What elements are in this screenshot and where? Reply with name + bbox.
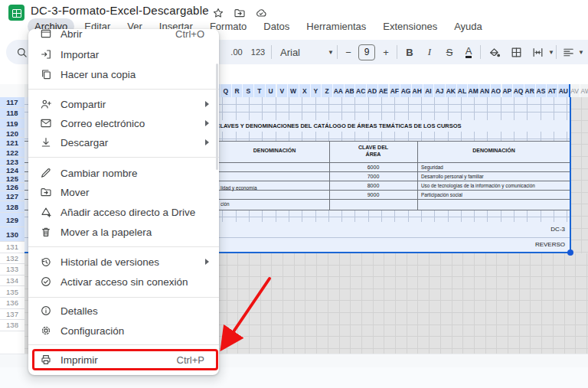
menu-item-historial-de-versiones[interactable]: Historial de versiones (28, 252, 219, 272)
row-header-138[interactable]: 138 (0, 320, 24, 331)
bold-button[interactable]: B (400, 40, 419, 64)
column-header-X[interactable]: X (299, 84, 311, 97)
chevron-down-icon[interactable]: ▼ (547, 40, 555, 64)
row-header-136[interactable]: 136 (0, 298, 24, 309)
column-header-R[interactable]: R (232, 84, 243, 97)
italic-button[interactable]: I (420, 40, 439, 64)
select-all-corner[interactable] (0, 84, 25, 98)
row-header-128[interactable]: 128 (0, 201, 24, 213)
column-header-AF[interactable]: AF (390, 84, 401, 97)
vertical-align-icon[interactable] (584, 40, 588, 64)
column-header-U[interactable]: U (266, 84, 277, 97)
menu-item-descargar[interactable]: Descargar (28, 132, 219, 152)
column-header-AS[interactable]: AS (536, 84, 547, 97)
row-header-118[interactable]: 118 (0, 108, 24, 119)
column-header-AM[interactable]: AM (468, 84, 479, 97)
column-header-AA[interactable]: AA (333, 84, 345, 97)
column-header-AR[interactable]: AR (524, 84, 536, 97)
menu-item-abrir[interactable]: AbrirCtrl+O (28, 24, 219, 44)
decrease-font-size-button[interactable]: − (340, 40, 357, 64)
merge-cells-icon[interactable] (528, 40, 547, 64)
column-header-S[interactable]: S (243, 84, 254, 97)
font-size-input[interactable]: 9 (358, 40, 375, 64)
row-header-117[interactable]: 117 (0, 97, 24, 108)
column-header-AE[interactable]: AE (378, 84, 390, 97)
menu-item-detalles[interactable]: Detalles (28, 301, 219, 321)
row-header-121[interactable]: 121 (0, 138, 24, 148)
column-header-AQ[interactable]: AQ (513, 84, 524, 97)
column-header-W[interactable]: W (288, 84, 299, 97)
horizontal-align-icon[interactable] (559, 40, 577, 64)
menu-scrollbar-thumb[interactable] (216, 64, 218, 170)
menubar-item-ayuda[interactable]: Ayuda (447, 18, 489, 34)
column-header-AH[interactable]: AH (412, 84, 423, 97)
row-header-130[interactable]: 130 (0, 227, 24, 242)
column-header-Y[interactable]: Y (311, 84, 322, 97)
menu-item-activar-acceso-sin-conexi-n[interactable]: Activar acceso sin conexión (28, 272, 219, 292)
menu-item-importar[interactable]: Importar (28, 44, 219, 64)
column-header-Q[interactable]: Q (220, 84, 232, 97)
strikethrough-button[interactable]: S (440, 40, 459, 64)
column-header-AG[interactable]: AG (400, 84, 412, 97)
row-header-125[interactable]: 125 (0, 174, 24, 183)
row-header-124[interactable]: 124 (0, 166, 24, 174)
row-header-123[interactable]: 123 (0, 158, 24, 166)
column-header-AK[interactable]: AK (446, 84, 457, 97)
menu-item-correo-electr-nico[interactable]: Correo electrónico (28, 113, 219, 133)
column-header-T[interactable]: T (254, 84, 266, 97)
menubar-item-extensiones[interactable]: Extensiones (376, 18, 444, 34)
sheets-logo-icon[interactable] (8, 5, 24, 21)
menu-item-a-adir-acceso-directo-a-drive[interactable]: Añadir acceso directo a Drive (28, 202, 219, 222)
column-header-AO[interactable]: AO (491, 84, 502, 97)
menubar-item-datos[interactable]: Datos (256, 18, 296, 34)
column-header-AJ[interactable]: AJ (434, 84, 446, 97)
star-icon[interactable] (212, 7, 224, 19)
row-header-119[interactable]: 119 (0, 119, 24, 129)
column-header-AV[interactable]: AV (570, 84, 581, 97)
column-header-AL[interactable]: AL (457, 84, 469, 97)
row-header-126[interactable]: 126 (0, 183, 24, 191)
row-headers[interactable]: 1171181191201211221231241251261271281291… (0, 97, 25, 354)
font-name-select[interactable]: Arial ▼ (276, 40, 334, 64)
row-header-137[interactable]: 137 (0, 309, 24, 321)
row-header-134[interactable]: 134 (0, 276, 24, 287)
number-format-button[interactable]: 123 (248, 40, 268, 64)
selection-fill-handle[interactable] (567, 249, 573, 256)
row-header-120[interactable]: 120 (0, 129, 24, 138)
menu-item-label: Abrir (60, 28, 175, 40)
cloud-status-icon[interactable] (255, 7, 267, 19)
menu-item-configuraci-n[interactable]: Configuración (28, 321, 219, 341)
column-header-AW[interactable]: AW (580, 84, 588, 97)
borders-icon[interactable] (506, 40, 526, 64)
row-header-129[interactable]: 129 (0, 213, 24, 227)
column-header-AC[interactable]: AC (355, 84, 367, 97)
row-header-122[interactable]: 122 (0, 148, 24, 158)
decrease-decimal-button[interactable]: .00 (227, 40, 247, 64)
menu-item-mover[interactable]: Mover (28, 182, 219, 202)
menu-item-cambiar-nombre[interactable]: Cambiar nombre (28, 163, 219, 183)
row-header-133[interactable]: 133 (0, 264, 24, 276)
move-folder-icon[interactable] (234, 7, 246, 19)
menu-item-mover-a-la-papelera[interactable]: Mover a la papelera (28, 222, 219, 242)
row-header-135[interactable]: 135 (0, 286, 24, 298)
row-header-131[interactable]: 131 (0, 242, 24, 253)
column-header-AD[interactable]: AD (367, 84, 378, 97)
menu-separator (28, 344, 219, 345)
row-header-127[interactable]: 127 (0, 191, 24, 201)
column-header-AT[interactable]: AT (547, 84, 558, 97)
column-header-AU[interactable]: AU (558, 84, 570, 97)
text-color-button[interactable]: A (459, 40, 478, 64)
document-title[interactable]: DC-3-Formato-Excel-Descargable (31, 4, 209, 17)
column-header-AI[interactable]: AI (423, 84, 435, 97)
column-header-AB[interactable]: AB (345, 84, 356, 97)
row-header-132[interactable]: 132 (0, 253, 24, 265)
column-header-V[interactable]: V (277, 84, 289, 97)
menubar-item-herramientas[interactable]: Herramientas (299, 18, 373, 34)
increase-font-size-button[interactable]: + (377, 40, 394, 64)
column-header-Z[interactable]: Z (322, 84, 333, 97)
menu-item-hacer-una-copia[interactable]: Hacer una copia (28, 64, 219, 84)
fill-color-icon[interactable] (484, 40, 504, 64)
column-header-AN[interactable]: AN (479, 84, 491, 97)
column-header-AP[interactable]: AP (502, 84, 514, 97)
menu-item-compartir[interactable]: Compartir (28, 94, 219, 114)
